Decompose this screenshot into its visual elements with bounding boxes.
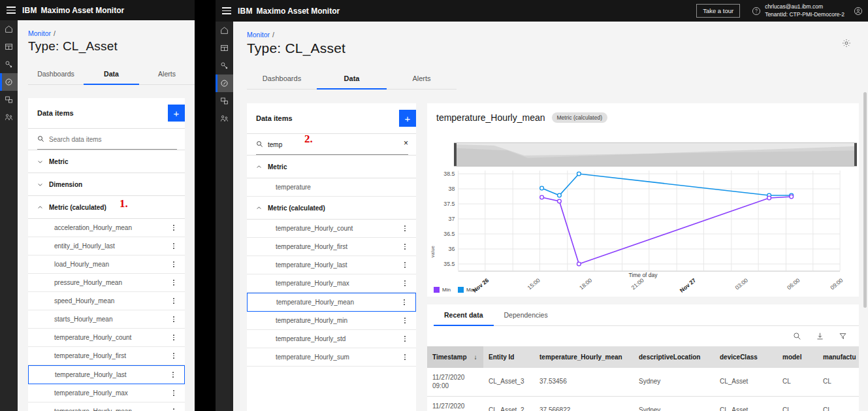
search-icon[interactable] [793, 332, 801, 340]
sidebar-item-home[interactable] [0, 20, 18, 38]
sort-descending-icon[interactable]: ↓ [468, 353, 477, 361]
sidebar-item-tag[interactable] [216, 57, 233, 74]
overflow-menu-icon[interactable] [402, 354, 408, 359]
list-item[interactable]: temperature_Hourly_max [247, 274, 416, 293]
list-item[interactable]: temperature_Hourly_last [247, 256, 416, 274]
list-item[interactable]: acceleration_Hourly_mean [28, 219, 185, 237]
list-item[interactable]: temperature_Hourly_first [247, 238, 416, 256]
list-item[interactable]: temperature_Hourly_min [247, 312, 416, 330]
overflow-menu-icon[interactable] [402, 262, 408, 267]
vertical-scrollbar[interactable] [863, 92, 867, 308]
help-icon[interactable] [748, 7, 765, 16]
overflow-menu-icon[interactable] [402, 244, 408, 249]
overflow-menu-icon[interactable] [402, 280, 408, 286]
avatar[interactable] [851, 7, 868, 16]
table-row[interactable]: 11/27/2020 09:00 CL_Asset_2 37.566822 Sy… [427, 397, 859, 411]
column-header-timestamp[interactable]: Timestamp ↓ [427, 346, 483, 368]
list-item-selected[interactable]: temperature_Hourly_mean [247, 293, 416, 312]
tab-alerts[interactable]: Alerts [387, 70, 457, 90]
take-a-tour-button[interactable]: Take a tour [696, 4, 740, 18]
sidebar-item-devices[interactable] [216, 92, 233, 110]
overflow-menu-icon[interactable] [170, 280, 177, 285]
overflow-menu-icon[interactable] [401, 299, 408, 304]
sidebar-item-dashboard[interactable] [216, 39, 233, 57]
overflow-menu-icon[interactable] [170, 243, 177, 248]
overflow-menu-icon[interactable] [170, 390, 177, 395]
close-icon[interactable]: × [404, 139, 408, 150]
overflow-menu-icon[interactable] [170, 298, 177, 303]
devices-icon [220, 97, 229, 105]
overflow-menu-icon[interactable] [170, 408, 177, 411]
list-item[interactable]: temperature_Hourly_first [28, 347, 185, 365]
list-item[interactable]: temperature_Hourly_mean [28, 403, 185, 411]
legend-item-max[interactable]: Max [458, 287, 476, 293]
sidebar-item-monitor[interactable] [0, 73, 18, 91]
list-item[interactable]: temperature_Hourly_sum [247, 348, 416, 367]
table-row[interactable]: 11/27/2020 09:00 CL_Asset_3 37.53456 Syd… [427, 368, 859, 397]
table-scroll-area[interactable]: Timestamp ↓ Entity Id temperature_Hourly… [427, 346, 859, 411]
brush-handle-left[interactable] [454, 143, 457, 166]
list-item[interactable]: temperature_Hourly_count [247, 220, 416, 238]
overflow-menu-icon[interactable] [170, 372, 176, 377]
list-item[interactable]: entity_id_Hourly_last [28, 237, 185, 255]
add-data-item-button[interactable]: + [168, 105, 185, 122]
group-header-metric-calculated[interactable]: Metric (calculated) [247, 197, 416, 220]
sidebar-item-users[interactable] [216, 110, 233, 127]
column-header-location[interactable]: descriptiveLocation [634, 346, 715, 368]
group-header-metric[interactable]: Metric [247, 156, 416, 178]
overflow-menu-icon[interactable] [170, 225, 177, 230]
gear-icon[interactable] [842, 39, 851, 50]
breadcrumb-root[interactable]: Monitor [247, 31, 270, 39]
sidebar-item-monitor[interactable] [216, 74, 233, 92]
overflow-menu-icon[interactable] [402, 318, 408, 323]
group-header-metric[interactable]: Metric [28, 150, 185, 173]
overflow-menu-icon[interactable] [170, 316, 177, 321]
list-item[interactable]: speed_Hourly_mean [28, 292, 185, 310]
sidebar-item-users[interactable] [0, 108, 18, 126]
menu-icon[interactable] [216, 0, 238, 22]
sidebar-item-home[interactable] [216, 22, 233, 39]
column-header-manufacturer[interactable]: manufactu [818, 346, 859, 368]
tab-dashboards[interactable]: Dashboards [247, 70, 317, 90]
group-header-dimension[interactable]: Dimension [28, 173, 185, 196]
column-header-value[interactable]: temperature_Hourly_mean [534, 346, 634, 368]
group-header-metric-calculated[interactable]: Metric (calculated) 1. [28, 196, 185, 219]
search-input[interactable] [268, 141, 399, 148]
list-item[interactable]: temperature [247, 178, 416, 197]
breadcrumb-root[interactable]: Monitor [28, 29, 51, 37]
list-item[interactable]: load_Hourly_mean [28, 255, 185, 274]
page-title: Type: CL_Asset [247, 41, 868, 56]
tab-recent-data[interactable]: Recent data [434, 304, 494, 326]
tab-alerts[interactable]: Alerts [139, 65, 195, 85]
list-item[interactable]: temperature_Hourly_max [28, 384, 185, 403]
add-data-item-button[interactable]: + [399, 110, 416, 127]
list-item[interactable]: starts_Hourly_mean [28, 310, 185, 329]
column-header-device-class[interactable]: deviceClass [715, 346, 777, 368]
download-icon[interactable] [816, 332, 824, 340]
tab-dependencies[interactable]: Dependencies [494, 304, 558, 326]
menu-icon[interactable] [0, 0, 22, 20]
sidebar-item-dashboard[interactable] [0, 38, 18, 56]
column-header-entity-id[interactable]: Entity Id [483, 346, 534, 368]
time-range-brush[interactable] [454, 142, 857, 167]
overflow-menu-icon[interactable] [402, 225, 408, 231]
brush-handle-right[interactable] [854, 143, 857, 166]
overflow-menu-icon[interactable] [170, 353, 177, 358]
legend-item-min[interactable]: Min [434, 287, 451, 293]
list-item[interactable]: temperature_Hourly_std [247, 330, 416, 348]
list-item[interactable]: pressure_Hourly_mean [28, 274, 185, 292]
overflow-menu-icon[interactable] [170, 261, 177, 267]
tab-data[interactable]: Data [317, 70, 387, 90]
list-item-selected[interactable]: temperature_Hourly_last [28, 365, 185, 384]
tab-data[interactable]: Data [84, 65, 139, 85]
overflow-menu-icon[interactable] [402, 336, 408, 341]
sidebar-item-tag[interactable] [0, 56, 18, 73]
overflow-menu-icon[interactable] [170, 335, 177, 340]
search-input[interactable] [49, 136, 177, 143]
sidebar-item-devices[interactable] [0, 91, 18, 108]
tab-dashboards[interactable]: Dashboards [28, 65, 84, 85]
column-header-model[interactable]: model [777, 346, 818, 368]
filter-icon[interactable] [839, 332, 847, 340]
right-tab-bar: Dashboards Data Alerts [247, 70, 868, 90]
list-item[interactable]: temperature_Hourly_count [28, 329, 185, 347]
